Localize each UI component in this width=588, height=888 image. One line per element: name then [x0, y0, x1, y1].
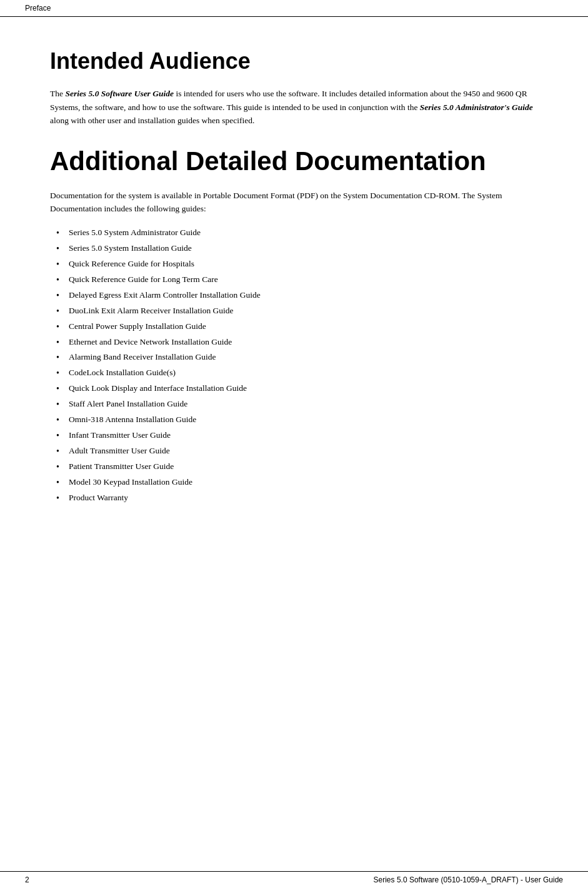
page-header: Preface [0, 0, 588, 17]
list-item: Delayed Egress Exit Alarm Controller Ins… [50, 288, 538, 303]
list-item: Quick Reference Guide for Long Term Care [50, 273, 538, 287]
list-item: CodeLock Installation Guide(s) [50, 366, 538, 380]
page-footer: 2 Series 5.0 Software (0510-1059-A_DRAFT… [0, 871, 588, 888]
italic-admin-guide: Series 5.0 Administrator's Guide [420, 103, 533, 112]
list-item: Staff Alert Panel Installation Guide [50, 397, 538, 411]
documentation-list: Series 5.0 System Administrator Guide Se… [50, 226, 538, 505]
intended-audience-title: Intended Audience [50, 48, 538, 74]
list-item: Quick Look Display and Interface Install… [50, 381, 538, 396]
list-item: Series 5.0 System Administrator Guide [50, 226, 538, 240]
list-item: Series 5.0 System Installation Guide [50, 241, 538, 256]
list-item: Omni-318 Antenna Installation Guide [50, 413, 538, 427]
list-item: Ethernet and Device Network Installation… [50, 335, 538, 350]
list-item: DuoLink Exit Alarm Receiver Installation… [50, 304, 538, 318]
header-label: Preface [25, 4, 51, 13]
additional-docs-intro: Documentation for the system is availabl… [50, 189, 538, 216]
additional-docs-title: Additional Detailed Documentation [50, 146, 538, 176]
list-item: Patient Transmitter User Guide [50, 460, 538, 474]
list-item: Product Warranty [50, 491, 538, 505]
list-item: Adult Transmitter User Guide [50, 444, 538, 458]
main-content: Intended Audience The Series 5.0 Softwar… [0, 17, 588, 544]
intended-audience-body: The Series 5.0 Software User Guide is in… [50, 87, 538, 128]
list-item: Model 30 Keypad Installation Guide [50, 475, 538, 490]
italic-software-guide: Series 5.0 Software User Guide [65, 89, 174, 98]
footer-page-number: 2 [25, 875, 29, 884]
footer-document-title: Series 5.0 Software (0510-1059-A_DRAFT) … [374, 875, 563, 884]
list-item: Central Power Supply Installation Guide [50, 320, 538, 334]
list-item: Quick Reference Guide for Hospitals [50, 257, 538, 271]
page-container: Preface Intended Audience The Series 5.0… [0, 0, 588, 888]
list-item: Infant Transmitter User Guide [50, 428, 538, 443]
list-item: Alarming Band Receiver Installation Guid… [50, 350, 538, 365]
